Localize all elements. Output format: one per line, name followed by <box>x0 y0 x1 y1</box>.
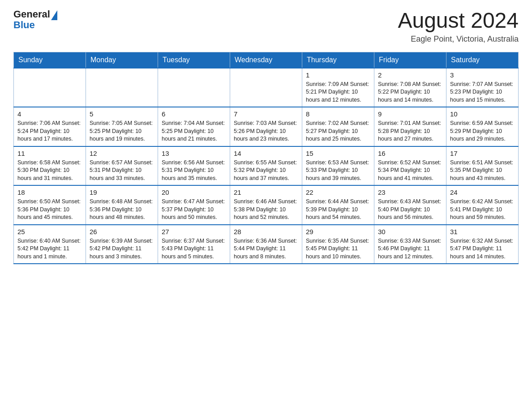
day-info: Sunrise: 6:53 AM Sunset: 5:33 PM Dayligh… <box>306 159 370 183</box>
calendar-header-friday: Friday <box>374 52 446 68</box>
calendar-header-monday: Monday <box>86 52 158 68</box>
calendar-cell: 23Sunrise: 6:43 AM Sunset: 5:40 PM Dayli… <box>374 185 446 225</box>
day-info: Sunrise: 6:46 AM Sunset: 5:38 PM Dayligh… <box>234 198 298 222</box>
calendar-cell: 3Sunrise: 7:07 AM Sunset: 5:23 PM Daylig… <box>446 68 519 107</box>
calendar-cell: 21Sunrise: 6:46 AM Sunset: 5:38 PM Dayli… <box>230 185 302 225</box>
day-number: 12 <box>90 150 154 157</box>
day-number: 23 <box>378 188 442 196</box>
logo-general-text: General <box>13 9 50 20</box>
calendar-cell <box>230 68 302 107</box>
calendar-cell: 14Sunrise: 6:55 AM Sunset: 5:32 PM Dayli… <box>230 146 302 186</box>
day-number: 25 <box>17 228 82 235</box>
day-number: 13 <box>162 150 226 157</box>
day-info: Sunrise: 6:32 AM Sunset: 5:47 PM Dayligh… <box>450 237 515 261</box>
calendar-week-row: 18Sunrise: 6:50 AM Sunset: 5:36 PM Dayli… <box>14 185 519 225</box>
day-number: 14 <box>234 150 298 157</box>
day-number: 26 <box>90 228 154 235</box>
day-info: Sunrise: 6:57 AM Sunset: 5:31 PM Dayligh… <box>90 159 154 183</box>
day-number: 22 <box>306 188 370 196</box>
day-info: Sunrise: 6:59 AM Sunset: 5:29 PM Dayligh… <box>450 120 515 143</box>
day-number: 28 <box>234 228 298 235</box>
calendar-cell: 17Sunrise: 6:51 AM Sunset: 5:35 PM Dayli… <box>446 146 519 186</box>
calendar-header-sunday: Sunday <box>14 52 86 68</box>
day-info: Sunrise: 6:43 AM Sunset: 5:40 PM Dayligh… <box>378 198 442 222</box>
day-number: 9 <box>378 110 442 118</box>
calendar-cell <box>14 68 86 107</box>
day-number: 7 <box>234 110 298 118</box>
calendar-header-tuesday: Tuesday <box>158 52 230 68</box>
day-info: Sunrise: 6:44 AM Sunset: 5:39 PM Dayligh… <box>306 198 370 222</box>
calendar-cell: 19Sunrise: 6:48 AM Sunset: 5:36 PM Dayli… <box>86 185 158 225</box>
day-info: Sunrise: 6:37 AM Sunset: 5:43 PM Dayligh… <box>162 237 226 261</box>
calendar-week-row: 25Sunrise: 6:40 AM Sunset: 5:42 PM Dayli… <box>14 225 519 264</box>
calendar-week-row: 1Sunrise: 7:09 AM Sunset: 5:21 PM Daylig… <box>14 68 519 107</box>
day-info: Sunrise: 7:03 AM Sunset: 5:26 PM Dayligh… <box>234 120 298 143</box>
calendar-cell: 20Sunrise: 6:47 AM Sunset: 5:37 PM Dayli… <box>158 185 230 225</box>
day-number: 5 <box>90 110 154 118</box>
calendar-week-row: 11Sunrise: 6:58 AM Sunset: 5:30 PM Dayli… <box>14 146 519 186</box>
calendar-cell <box>158 68 230 107</box>
day-info: Sunrise: 6:52 AM Sunset: 5:34 PM Dayligh… <box>378 159 442 183</box>
calendar-cell: 26Sunrise: 6:39 AM Sunset: 5:42 PM Dayli… <box>86 225 158 264</box>
day-number: 27 <box>162 228 226 235</box>
day-info: Sunrise: 6:58 AM Sunset: 5:30 PM Dayligh… <box>17 159 82 183</box>
day-number: 11 <box>17 150 82 157</box>
calendar-cell: 15Sunrise: 6:53 AM Sunset: 5:33 PM Dayli… <box>302 146 374 186</box>
day-number: 15 <box>306 150 370 157</box>
day-info: Sunrise: 6:50 AM Sunset: 5:36 PM Dayligh… <box>17 198 82 222</box>
calendar-cell: 6Sunrise: 7:04 AM Sunset: 5:25 PM Daylig… <box>158 107 230 146</box>
calendar-header-thursday: Thursday <box>302 52 374 68</box>
logo: General Blue <box>13 9 57 30</box>
day-number: 29 <box>306 228 370 235</box>
day-info: Sunrise: 7:06 AM Sunset: 5:24 PM Dayligh… <box>17 120 82 143</box>
day-info: Sunrise: 7:01 AM Sunset: 5:28 PM Dayligh… <box>378 120 442 143</box>
day-number: 17 <box>450 150 515 157</box>
calendar-cell: 24Sunrise: 6:42 AM Sunset: 5:41 PM Dayli… <box>446 185 519 225</box>
page-subtitle: Eagle Point, Victoria, Australia <box>398 34 519 44</box>
day-info: Sunrise: 7:08 AM Sunset: 5:22 PM Dayligh… <box>378 81 442 104</box>
calendar-cell: 12Sunrise: 6:57 AM Sunset: 5:31 PM Dayli… <box>86 146 158 186</box>
day-info: Sunrise: 6:33 AM Sunset: 5:46 PM Dayligh… <box>378 237 442 261</box>
day-info: Sunrise: 6:48 AM Sunset: 5:36 PM Dayligh… <box>90 198 154 222</box>
calendar-cell: 10Sunrise: 6:59 AM Sunset: 5:29 PM Dayli… <box>446 107 519 146</box>
day-number: 1 <box>306 71 370 79</box>
day-number: 18 <box>17 188 82 196</box>
day-info: Sunrise: 6:40 AM Sunset: 5:42 PM Dayligh… <box>17 237 82 261</box>
day-number: 31 <box>450 228 515 235</box>
day-info: Sunrise: 7:04 AM Sunset: 5:25 PM Dayligh… <box>162 120 226 143</box>
calendar-cell: 22Sunrise: 6:44 AM Sunset: 5:39 PM Dayli… <box>302 185 374 225</box>
title-area: August 2024 Eagle Point, Victoria, Austr… <box>398 9 519 44</box>
day-number: 4 <box>17 110 82 118</box>
page-title: August 2024 <box>398 9 519 33</box>
calendar-cell: 9Sunrise: 7:01 AM Sunset: 5:28 PM Daylig… <box>374 107 446 146</box>
day-info: Sunrise: 6:47 AM Sunset: 5:37 PM Dayligh… <box>162 198 226 222</box>
day-info: Sunrise: 6:39 AM Sunset: 5:42 PM Dayligh… <box>90 237 154 261</box>
calendar-cell: 16Sunrise: 6:52 AM Sunset: 5:34 PM Dayli… <box>374 146 446 186</box>
day-info: Sunrise: 7:09 AM Sunset: 5:21 PM Dayligh… <box>306 81 370 104</box>
calendar-cell: 5Sunrise: 7:05 AM Sunset: 5:25 PM Daylig… <box>86 107 158 146</box>
day-number: 19 <box>90 188 154 196</box>
logo-triangle-icon <box>51 10 57 20</box>
calendar-header-saturday: Saturday <box>446 52 519 68</box>
day-info: Sunrise: 6:35 AM Sunset: 5:45 PM Dayligh… <box>306 237 370 261</box>
day-number: 6 <box>162 110 226 118</box>
logo-blue-text: Blue <box>13 20 57 30</box>
day-info: Sunrise: 6:56 AM Sunset: 5:31 PM Dayligh… <box>162 159 226 183</box>
calendar-cell: 1Sunrise: 7:09 AM Sunset: 5:21 PM Daylig… <box>302 68 374 107</box>
day-number: 24 <box>450 188 515 196</box>
calendar-cell: 28Sunrise: 6:36 AM Sunset: 5:44 PM Dayli… <box>230 225 302 264</box>
calendar-cell: 18Sunrise: 6:50 AM Sunset: 5:36 PM Dayli… <box>14 185 86 225</box>
calendar-cell: 13Sunrise: 6:56 AM Sunset: 5:31 PM Dayli… <box>158 146 230 186</box>
calendar-cell: 25Sunrise: 6:40 AM Sunset: 5:42 PM Dayli… <box>14 225 86 264</box>
day-info: Sunrise: 6:55 AM Sunset: 5:32 PM Dayligh… <box>234 159 298 183</box>
calendar-cell: 7Sunrise: 7:03 AM Sunset: 5:26 PM Daylig… <box>230 107 302 146</box>
day-info: Sunrise: 6:51 AM Sunset: 5:35 PM Dayligh… <box>450 159 515 183</box>
calendar-header-row: SundayMondayTuesdayWednesdayThursdayFrid… <box>14 52 519 68</box>
day-number: 21 <box>234 188 298 196</box>
calendar-week-row: 4Sunrise: 7:06 AM Sunset: 5:24 PM Daylig… <box>14 107 519 146</box>
day-info: Sunrise: 7:07 AM Sunset: 5:23 PM Dayligh… <box>450 81 515 104</box>
day-number: 30 <box>378 228 442 235</box>
calendar-cell <box>86 68 158 107</box>
calendar-cell: 29Sunrise: 6:35 AM Sunset: 5:45 PM Dayli… <box>302 225 374 264</box>
day-number: 10 <box>450 110 515 118</box>
